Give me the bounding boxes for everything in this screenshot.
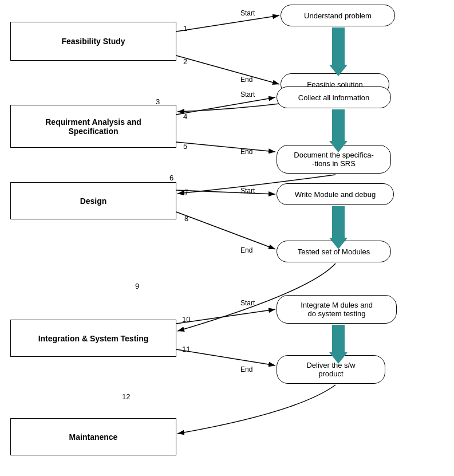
svg-line-6 [176,309,275,324]
flow-label-end-1: End [240,76,252,84]
flow-label-start-2: Start [240,91,255,99]
flow-label-start-4: Start [240,299,255,307]
teal-arrow-3 [329,206,348,249]
svg-line-5 [176,212,275,249]
connections-svg [0,0,454,476]
arrow-label-4: 4 [183,112,187,121]
svg-line-0 [176,15,279,32]
svg-line-1 [176,56,279,84]
svg-line-2 [176,97,275,115]
arrow-label-8: 8 [184,214,188,223]
svg-line-7 [176,349,275,365]
arrow-label-2: 2 [183,57,187,66]
flow-label-end-3: End [240,246,252,254]
arrow-label-10: 10 [182,315,190,324]
arrow-label-5: 5 [183,142,187,151]
teal-arrow-2 [329,109,348,152]
flow-label-start-3: Start [240,187,255,195]
write-module-box: Write Module and debug [277,183,394,205]
understand-problem-box: Understand problem [281,5,395,26]
arrow-label-7: 7 [184,188,188,196]
flow-label-end-2: End [240,148,252,156]
svg-line-3 [176,142,275,152]
arrow-label-1: 1 [183,24,187,33]
collect-info-box: Collect all information [277,86,391,108]
arrow-label-6: 6 [169,174,173,182]
teal-arrow-4 [329,325,348,364]
diagram-container: Feasibility Study Requirment Analysis an… [0,0,454,476]
teal-arrow-1 [329,27,348,76]
arrow-label-3: 3 [156,97,160,106]
integrate-modules-box: Integrate M dules and do system testing [277,295,397,324]
requirements-box: Requirment Analysis and Specification [10,105,176,148]
flow-label-start-1: Start [240,9,255,17]
arrow-label-9: 9 [135,282,139,290]
maintenance-box: Maintanence [10,418,176,455]
arrow-label-12: 12 [122,392,130,401]
feasibility-box: Feasibility Study [10,22,176,61]
flow-label-end-4: End [240,365,252,373]
design-box: Design [10,182,176,219]
arrow-label-11: 11 [182,345,190,353]
integration-box: Integration & System Testing [10,320,176,357]
svg-line-4 [176,190,275,194]
